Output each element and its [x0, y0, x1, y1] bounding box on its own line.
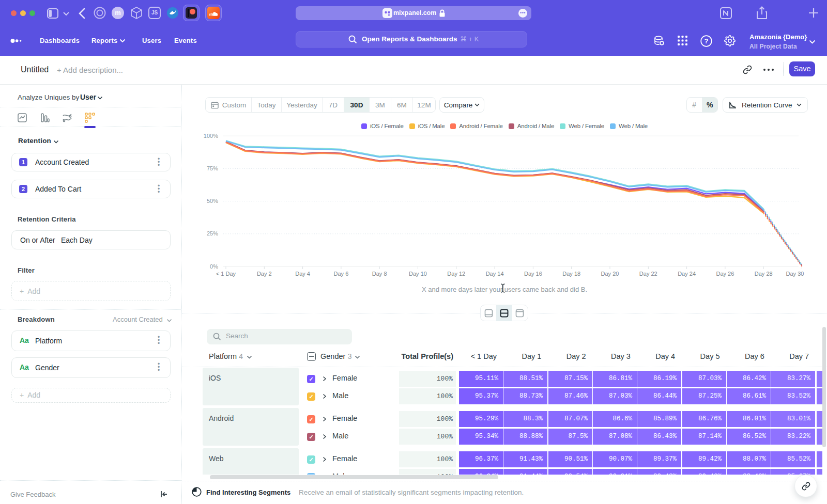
svg-text:< 1 Day: < 1 Day: [216, 271, 236, 277]
svg-text:Day 2: Day 2: [257, 271, 272, 277]
svg-text:Day 8: Day 8: [372, 271, 387, 277]
svg-text:75%: 75%: [207, 165, 218, 171]
svg-text:Day 26: Day 26: [716, 271, 734, 277]
svg-text:100%: 100%: [204, 133, 218, 139]
svg-text:Day 24: Day 24: [678, 271, 696, 277]
svg-text:?: ?: [705, 37, 709, 45]
svg-text:Day 22: Day 22: [639, 271, 657, 277]
svg-text:Day 6: Day 6: [334, 271, 349, 277]
svg-text:Day 16: Day 16: [524, 271, 542, 277]
svg-text:Day 20: Day 20: [601, 271, 619, 277]
svg-text:Day 14: Day 14: [486, 271, 504, 277]
svg-text:Day 12: Day 12: [447, 271, 465, 277]
svg-text:Day 10: Day 10: [409, 271, 427, 277]
svg-text:Day 4: Day 4: [295, 271, 310, 277]
svg-text:25%: 25%: [207, 230, 218, 237]
svg-text:50%: 50%: [207, 198, 218, 204]
svg-text:0%: 0%: [210, 263, 218, 270]
svg-text:Day 18: Day 18: [562, 271, 580, 277]
svg-text:Day 28: Day 28: [755, 271, 773, 277]
svg-text:Day 30: Day 30: [786, 271, 804, 277]
